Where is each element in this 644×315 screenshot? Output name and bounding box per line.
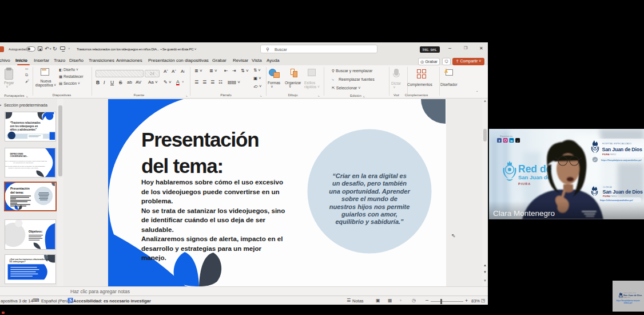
svg-text:Presentación: Presentación: [10, 187, 30, 190]
svg-text:los videojuegos?: los videojuegos?: [9, 261, 25, 263]
svg-text:del tema:: del tema:: [141, 155, 223, 177]
svg-text:Objetivos:: Objetivos:: [29, 230, 43, 233]
svg-text:“Trastornos relacionados: “Trastornos relacionados: [10, 121, 41, 124]
svg-text:PIURA: PIURA: [602, 153, 610, 156]
svg-text:HOSPITAL ESPECIALIZADO: HOSPITAL ESPECIALIZADO: [602, 143, 631, 145]
svg-text:PERÚ: PERÚ: [610, 195, 617, 198]
svg-text:Síguenos en: Síguenos en: [500, 135, 512, 137]
svg-text:PERÚ: PERÚ: [610, 153, 616, 156]
svg-text:manejo.: manejo.: [141, 254, 166, 261]
svg-text:nuestros hijos nos permite: nuestros hijos nos permite: [329, 203, 410, 210]
svg-text:desarrollo y estrategias para: desarrollo y estrategias para un mejor: [141, 245, 262, 252]
svg-text:una oportunidad. Aprender: una oportunidad. Aprender: [329, 188, 410, 195]
svg-text:San Juan de Dios: San Juan de Dios: [603, 189, 643, 195]
svg-text:https://hospitalpiura.sanjuand: https://hospitalpiura.sanjuandedios.pe/: [601, 159, 642, 162]
svg-text:“Criar en la era digital es: “Criar en la era digital es: [332, 172, 407, 179]
svg-text:San Juan de Dios: San Juan de Dios: [602, 147, 642, 152]
svg-text:CLÍNICA: CLÍNICA: [603, 186, 612, 188]
svg-text:niños y adolescentes”: niños y adolescentes”: [10, 128, 37, 131]
svg-text:de identificar cuándo el uso d: de identificar cuándo el uso deja de ser: [141, 216, 266, 223]
svg-text:saludable.: saludable.: [141, 226, 174, 233]
svg-text:de los videojuegos puede conve: de los videojuegos puede convertirse en …: [141, 188, 280, 195]
svg-text:¿Qué son los trastornos relaci: ¿Qué son los trastornos relacionados con: [9, 258, 49, 261]
svg-text:un desafío, pero también: un desafío, pero también: [332, 180, 407, 187]
svg-text:♪: ♪: [517, 139, 519, 143]
svg-text:dedios.pe/: dedios.pe/: [624, 302, 633, 304]
svg-text:PIURA: PIURA: [518, 182, 531, 186]
svg-text:San Juan de: San Juan de: [518, 174, 550, 180]
svg-text:Hoy hablaremos sobre cómo el u: Hoy hablaremos sobre cómo el uso excesiv…: [141, 178, 283, 186]
svg-text:sobre el mundo de: sobre el mundo de: [341, 195, 397, 202]
svg-text:Presentación: Presentación: [141, 128, 259, 151]
svg-text:☍: ☍: [594, 158, 597, 162]
svg-text:problema.: problema.: [141, 197, 173, 204]
svg-text:con los videojuegos en: con los videojuegos en: [10, 125, 38, 128]
svg-text:HOSPITAL ESPECIALIZADO: HOSPITAL ESPECIALIZADO: [623, 292, 637, 293]
svg-text:No se trata de satanizar los v: No se trata de satanizar los videojuegos…: [141, 207, 285, 214]
svg-text:guiarlos con amor,: guiarlos con amor,: [341, 211, 397, 218]
svg-text:PERÚ: PERÚ: [627, 297, 631, 298]
svg-text:Red de: Red de: [518, 163, 552, 175]
svg-text:los videojuegos del videojuego: los videojuegos del videojuego?: [13, 162, 34, 164]
svg-text:Clara Montenegro: Clara Montenegro: [493, 209, 555, 218]
svg-text:CONVERGENCIAS...: CONVERGENCIAS...: [10, 155, 28, 158]
svg-text:PIURA: PIURA: [603, 195, 610, 198]
svg-text:cuando le pides que deje de ju: cuando le pides que deje de jugar? ¿qué …: [8, 167, 38, 169]
svg-text:in: in: [510, 139, 512, 143]
svg-text:del tema:: del tema:: [10, 191, 24, 194]
svg-text:Analizaremos signos de alerta,: Analizaremos signos de alerta, impacto e…: [141, 235, 283, 242]
svg-text:equilibrio y sabiduría.”: equilibrio y sabiduría.”: [335, 218, 404, 225]
